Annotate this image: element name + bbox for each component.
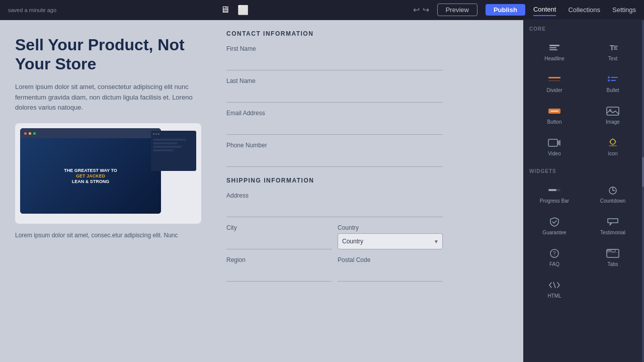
contact-section-title: CONTACT INFORMATION [226,30,443,37]
svg-rect-7 [548,77,560,78]
first-name-input[interactable] [226,54,443,70]
widget-testimonial[interactable]: Testimonial [586,212,640,239]
svg-rect-19 [609,145,617,146]
top-bar-left: saved a minute ago [8,7,56,13]
address-input[interactable] [226,201,443,217]
countdown-label: Countdown [600,198,626,204]
mockup-text-1: THE GREATEST WAY TO GET JACKED LEAN & ST… [64,168,117,184]
city-label: City [226,224,332,231]
button-label: Button [547,119,562,125]
last-name-input[interactable] [226,86,443,103]
svg-rect-2 [549,49,557,50]
widget-guarantee[interactable]: Guarantee [527,212,582,239]
undo-icon[interactable]: ↩ [413,5,420,15]
scrollbar-track [642,20,644,362]
device-switcher: 🖥 ⬜ [218,3,251,18]
scrollbar-thumb[interactable] [642,157,644,187]
widget-button[interactable]: Button [527,101,582,129]
hero-title: Sell Your Product, Not Your Store [15,35,206,74]
top-bar: saved a minute ago 🖥 ⬜ ↩ ↪ Preview Publi… [0,0,644,20]
widget-headline[interactable]: Headline [527,38,582,65]
bullet-label: Bullet [606,87,619,93]
tablet-icon[interactable]: ⬜ [235,3,251,18]
svg-rect-5 [614,47,617,48]
svg-rect-15 [607,107,619,115]
bottom-text: Lorem ipsum dolor sit amet, consec.etur … [15,232,206,239]
progress-icon [547,184,561,196]
headline-icon [547,42,561,54]
widget-bullet[interactable]: Bullet [586,69,640,97]
right-panel: CORE Headline T [523,20,644,362]
phone-input[interactable] [226,151,443,167]
svg-rect-8 [548,80,560,81]
widget-icon-item[interactable]: Icon [586,133,640,160]
city-country-row: City Country Country United States Unite… [226,224,443,256]
last-name-label: Last Name [226,77,443,84]
preview-button[interactable]: Preview [437,4,477,16]
editor-area: Sell Your Product, Not Your Store Lorem … [0,20,644,362]
postal-label: Postal Code [338,256,443,263]
svg-point-11 [608,79,610,81]
widget-html[interactable]: HTML [527,275,582,303]
form-section: CONTACT INFORMATION First Name Last Name… [226,30,443,289]
widget-countdown[interactable]: Countdown [586,180,640,208]
first-name-group: First Name [226,45,443,70]
svg-point-9 [608,76,610,78]
city-group: City [226,224,332,249]
mockup-container: THE GREATEST WAY TO GET JACKED LEAN & ST… [15,123,201,224]
phone-label: Phone Number [226,142,443,149]
text-icon: T [606,42,620,54]
testimonial-label: Testimonial [600,230,625,235]
widget-video[interactable]: Video [527,133,582,160]
canvas: Sell Your Product, Not Your Store Lorem … [0,20,523,362]
divider-label: Divider [546,87,562,93]
tab-collections[interactable]: Collections [568,4,600,16]
widget-text[interactable]: T Text [586,38,640,65]
svg-rect-10 [611,77,618,78]
region-group: Region [226,256,332,282]
widget-faq[interactable]: ? FAQ [527,243,582,271]
divider-icon [547,73,561,85]
hero-description: Lorem ipsum dolor sit amet, consectetur … [15,82,206,113]
progress-label: Progress Bar [540,198,569,204]
svg-rect-26 [607,249,611,252]
widgets-section-label: WIDGETS [527,168,640,174]
redo-icon[interactable]: ↪ [423,5,429,15]
mockup-screen-small [151,131,196,171]
email-label: Email Address [226,110,443,117]
email-input[interactable] [226,119,443,135]
faq-label: FAQ [549,261,559,267]
svg-rect-28 [607,252,619,253]
city-input[interactable] [226,233,332,249]
publish-button[interactable]: Publish [486,4,525,16]
shipping-section-title: SHIPPING INFORMATION [226,177,443,184]
svg-rect-21 [548,189,556,191]
countdown-icon [606,184,620,196]
widget-divider[interactable]: Divider [527,69,582,97]
html-label: HTML [547,293,561,299]
tab-settings[interactable]: Settings [612,4,636,16]
icon-label: Icon [608,151,618,156]
image-icon [606,105,620,117]
country-select[interactable]: Country United States United Kingdom Can… [338,233,443,249]
widget-items-grid: Progress Bar Countdown [527,180,640,303]
svg-line-29 [553,282,555,288]
html-icon [547,279,561,291]
svg-rect-6 [614,49,617,50]
svg-rect-14 [550,111,558,112]
postal-input[interactable] [338,265,443,282]
video-icon [547,137,561,149]
postal-group: Postal Code [338,256,443,282]
tab-content[interactable]: Content [533,4,556,16]
left-section: Sell Your Product, Not Your Store Lorem … [15,30,206,244]
widget-tabs[interactable]: Tabs [586,243,640,271]
core-widgets-grid: Headline T Text [527,38,640,160]
svg-rect-0 [549,45,559,46]
region-input[interactable] [226,265,332,282]
button-icon [547,105,561,117]
desktop-icon[interactable]: 🖥 [218,3,231,17]
canvas-inner: Sell Your Product, Not Your Store Lorem … [0,20,523,362]
main-content: Sell Your Product, Not Your Store Lorem … [15,30,508,289]
widget-progress[interactable]: Progress Bar [527,180,582,208]
widget-image[interactable]: Image [586,101,640,129]
